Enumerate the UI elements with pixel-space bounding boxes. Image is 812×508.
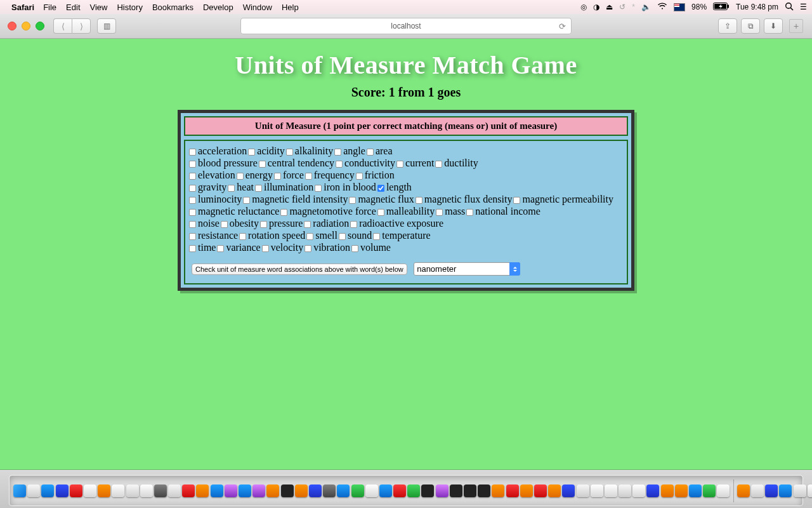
checkbox-conductivity[interactable]: conductivity bbox=[334, 157, 395, 168]
address-bar[interactable]: localhost ⟳ bbox=[240, 18, 572, 34]
checkbox-input[interactable] bbox=[306, 233, 313, 240]
checkbox-input[interactable] bbox=[373, 233, 380, 240]
checkbox-smell[interactable]: smell bbox=[305, 230, 337, 241]
menu-window[interactable]: Window bbox=[243, 3, 272, 12]
checkbox-input[interactable] bbox=[349, 197, 356, 204]
dock-app-icon[interactable] bbox=[393, 485, 406, 497]
checkbox-input[interactable] bbox=[189, 149, 196, 156]
battery-percent[interactable]: 98% bbox=[691, 3, 707, 11]
checkbox-input[interactable] bbox=[513, 197, 520, 204]
checkbox-resistance[interactable]: resistance bbox=[188, 230, 238, 241]
timemachine-icon[interactable]: ↺ bbox=[619, 3, 625, 11]
status-icon[interactable]: ◎ bbox=[580, 3, 587, 11]
dock-app-icon[interactable] bbox=[689, 485, 702, 497]
menu-bookmarks[interactable]: Bookmarks bbox=[152, 3, 193, 12]
dock-app-icon[interactable] bbox=[779, 485, 792, 497]
checkbox-obesity[interactable]: obesity bbox=[219, 218, 259, 229]
dock-app-icon[interactable] bbox=[295, 485, 308, 497]
checkbox-sound[interactable]: sound bbox=[337, 230, 372, 241]
checkbox-input[interactable] bbox=[260, 221, 267, 228]
checkbox-input[interactable] bbox=[466, 209, 473, 216]
back-button[interactable]: ⟨ bbox=[53, 18, 72, 34]
status-icon[interactable]: ◑ bbox=[593, 3, 599, 11]
dock-app-icon[interactable] bbox=[534, 485, 547, 497]
checkbox-input[interactable] bbox=[189, 161, 196, 168]
menu-edit[interactable]: Edit bbox=[66, 3, 80, 12]
dock-app-icon[interactable] bbox=[436, 485, 449, 497]
airplay-icon[interactable]: ⏏ bbox=[606, 3, 613, 11]
spotlight-icon[interactable] bbox=[785, 2, 794, 13]
dock-app-icon[interactable] bbox=[737, 485, 750, 497]
dock-app-icon[interactable] bbox=[794, 485, 806, 497]
menu-file[interactable]: File bbox=[43, 3, 56, 12]
checkbox-input[interactable] bbox=[217, 245, 224, 252]
checkbox-input[interactable] bbox=[189, 233, 196, 240]
dock-app-icon[interactable] bbox=[506, 485, 519, 497]
dock-app-icon[interactable] bbox=[675, 485, 688, 497]
dock-app-icon[interactable] bbox=[211, 485, 223, 497]
checkbox-velocity[interactable]: velocity bbox=[261, 242, 304, 253]
dock-app-icon[interactable] bbox=[421, 485, 434, 497]
dock-app-icon[interactable] bbox=[309, 485, 322, 497]
checkbox-input[interactable] bbox=[377, 185, 384, 192]
checkbox-variance[interactable]: variance bbox=[216, 242, 260, 253]
checkbox-volume[interactable]: volume bbox=[350, 242, 391, 253]
dock-app-icon[interactable] bbox=[337, 485, 350, 497]
unit-select[interactable]: nanometer bbox=[414, 262, 520, 276]
reload-icon[interactable]: ⟳ bbox=[559, 22, 566, 31]
checkbox-input[interactable] bbox=[221, 221, 228, 228]
battery-icon[interactable] bbox=[713, 3, 730, 12]
checkbox-ductility[interactable]: ductility bbox=[434, 157, 478, 168]
notification-center-icon[interactable]: ☰ bbox=[800, 3, 807, 11]
checkbox-vibration[interactable]: vibration bbox=[303, 242, 350, 253]
checkbox-temperature[interactable]: temperature bbox=[372, 230, 430, 241]
clock[interactable]: Tue 9:48 pm bbox=[736, 3, 778, 11]
checkbox-input[interactable] bbox=[189, 221, 196, 228]
dock-app-icon[interactable] bbox=[703, 485, 716, 497]
dock-app-icon[interactable] bbox=[632, 485, 645, 497]
checkbox-luminocity[interactable]: luminocity bbox=[188, 194, 242, 204]
dock-app-icon[interactable] bbox=[379, 485, 392, 497]
checkbox-energy[interactable]: energy bbox=[235, 170, 273, 180]
checkbox-input[interactable] bbox=[286, 149, 293, 156]
checkbox-magnetic-permeability[interactable]: magnetic permeability bbox=[512, 194, 613, 204]
checkbox-input[interactable] bbox=[189, 197, 196, 204]
dock-app-icon[interactable] bbox=[84, 485, 96, 497]
checkbox-input[interactable] bbox=[304, 245, 311, 252]
new-tab-button[interactable]: + bbox=[789, 19, 803, 33]
dock-app-icon[interactable] bbox=[13, 485, 26, 497]
checkbox-input[interactable] bbox=[435, 161, 442, 168]
dock-app-icon[interactable] bbox=[98, 485, 110, 497]
dock-app-icon[interactable] bbox=[464, 485, 476, 497]
checkbox-illumination[interactable]: illumination bbox=[254, 182, 313, 192]
bluetooth-icon[interactable]: * bbox=[632, 3, 635, 11]
checkbox-radioactive-exposure[interactable]: radioactive exposure bbox=[349, 218, 443, 229]
dock-app-icon[interactable] bbox=[70, 485, 82, 497]
checkbox-iron-in-blood[interactable]: iron in blood bbox=[313, 182, 376, 192]
checkbox-alkalinity[interactable]: alkalinity bbox=[285, 145, 333, 156]
dock-app-icon[interactable] bbox=[562, 485, 575, 497]
checkbox-input[interactable] bbox=[336, 161, 343, 168]
dock-app-icon[interactable] bbox=[478, 485, 490, 497]
downloads-button[interactable]: ⬇ bbox=[764, 18, 783, 34]
dock-app-icon[interactable] bbox=[196, 485, 209, 497]
checkbox-gravity[interactable]: gravity bbox=[188, 182, 226, 192]
checkbox-input[interactable] bbox=[259, 161, 266, 168]
checkbox-radiation[interactable]: radiation bbox=[303, 218, 349, 229]
dock-app-icon[interactable] bbox=[520, 485, 533, 497]
checkbox-pressure[interactable]: pressure bbox=[259, 218, 303, 229]
dock-app-icon[interactable] bbox=[351, 485, 364, 497]
dock-app-icon[interactable] bbox=[450, 485, 462, 497]
dock-app-icon[interactable] bbox=[751, 485, 764, 497]
checkbox-angle[interactable]: angle bbox=[333, 145, 365, 156]
menu-develop[interactable]: Develop bbox=[203, 3, 233, 12]
dock-app-icon[interactable] bbox=[407, 485, 420, 497]
checkbox-input[interactable] bbox=[334, 149, 341, 156]
checkbox-input[interactable] bbox=[189, 209, 196, 216]
dock-app-icon[interactable] bbox=[182, 485, 195, 497]
checkbox-magnetic-reluctance[interactable]: magnetic reluctance bbox=[188, 206, 279, 217]
dock-app-icon[interactable] bbox=[577, 485, 589, 497]
dock-app-icon[interactable] bbox=[225, 485, 237, 497]
menu-history[interactable]: History bbox=[117, 3, 142, 12]
checkbox-input[interactable] bbox=[416, 197, 422, 204]
